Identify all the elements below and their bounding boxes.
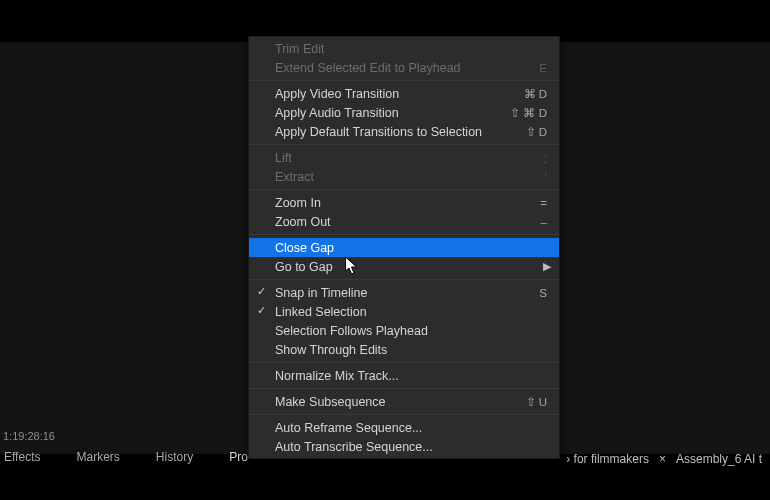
menu-label: Lift xyxy=(275,151,544,165)
menu-separator xyxy=(249,80,559,81)
menu-shortcut: ⇧ U xyxy=(526,395,548,409)
menu-label: Go to Gap xyxy=(275,260,547,274)
app-root: 1:19:28:16 Effects Markers History Pro ›… xyxy=(0,0,770,500)
menu-close-gap[interactable]: Close Gap xyxy=(249,238,559,257)
menu-separator xyxy=(249,189,559,190)
menu-trim-edit: Trim Edit xyxy=(249,39,559,58)
menu-shortcut: ⌘ D xyxy=(524,87,548,101)
menu-label: Show Through Edits xyxy=(275,343,547,357)
menu-shortcut: ' xyxy=(545,171,547,183)
menu-show-through-edits[interactable]: Show Through Edits xyxy=(249,340,559,359)
menu-label: Auto Transcribe Sequence... xyxy=(275,440,547,454)
menu-apply-default-transitions[interactable]: Apply Default Transitions to Selection⇧ … xyxy=(249,122,559,141)
menu-auto-reframe-sequence[interactable]: Auto Reframe Sequence... xyxy=(249,418,559,437)
menu-lift: Lift; xyxy=(249,148,559,167)
menu-selection-follows-playhead[interactable]: Selection Follows Playhead xyxy=(249,321,559,340)
letterbox-bottom xyxy=(0,484,770,500)
menu-auto-transcribe-sequence[interactable]: Auto Transcribe Sequence... xyxy=(249,437,559,456)
menu-shortcut: – xyxy=(541,216,547,228)
menu-label: Apply Video Transition xyxy=(275,87,524,101)
menu-label: Close Gap xyxy=(275,241,547,255)
menu-shortcut: ; xyxy=(544,152,547,164)
menu-shortcut: E xyxy=(539,62,547,74)
tab-markers[interactable]: Markers xyxy=(76,450,119,464)
menu-label: Normalize Mix Track... xyxy=(275,369,547,383)
check-icon: ✓ xyxy=(257,285,266,298)
chevron-right-icon: ▶ xyxy=(543,260,551,273)
timecode-readout: 1:19:28:16 xyxy=(3,430,55,442)
menu-separator xyxy=(249,414,559,415)
sequence-snippet[interactable]: › for filmmakers xyxy=(566,452,649,466)
menu-label: Trim Edit xyxy=(275,42,547,56)
close-icon[interactable]: × xyxy=(659,452,666,466)
menu-linked-selection[interactable]: ✓Linked Selection xyxy=(249,302,559,321)
menu-shortcut: S xyxy=(539,287,547,299)
sequence-context-menu: Trim Edit Extend Selected Edit to Playhe… xyxy=(248,36,560,459)
check-icon: ✓ xyxy=(257,304,266,317)
menu-separator xyxy=(249,279,559,280)
menu-shortcut: ⇧ ⌘ D xyxy=(510,106,547,120)
menu-separator xyxy=(249,388,559,389)
menu-label: Extend Selected Edit to Playhead xyxy=(275,61,539,75)
menu-separator xyxy=(249,144,559,145)
menu-make-subsequence[interactable]: Make Subsequence⇧ U xyxy=(249,392,559,411)
menu-shortcut: ⇧ D xyxy=(526,125,548,139)
menu-snap-in-timeline[interactable]: ✓Snap in TimelineS xyxy=(249,283,559,302)
menu-label: Snap in Timeline xyxy=(275,286,539,300)
menu-zoom-out[interactable]: Zoom Out– xyxy=(249,212,559,231)
tab-project[interactable]: Pro xyxy=(229,450,248,464)
menu-separator xyxy=(249,234,559,235)
menu-extend-to-playhead: Extend Selected Edit to PlayheadE xyxy=(249,58,559,77)
menu-normalize-mix-track[interactable]: Normalize Mix Track... xyxy=(249,366,559,385)
menu-apply-video-transition[interactable]: Apply Video Transition⌘ D xyxy=(249,84,559,103)
menu-shortcut: = xyxy=(540,197,547,209)
menu-label: Linked Selection xyxy=(275,305,547,319)
menu-label: Auto Reframe Sequence... xyxy=(275,421,547,435)
menu-label: Zoom In xyxy=(275,196,540,210)
menu-apply-audio-transition[interactable]: Apply Audio Transition⇧ ⌘ D xyxy=(249,103,559,122)
tab-history[interactable]: History xyxy=(156,450,193,464)
panel-tabs: Effects Markers History Pro xyxy=(4,450,248,464)
menu-extract: Extract' xyxy=(249,167,559,186)
tab-effects[interactable]: Effects xyxy=(4,450,40,464)
sequence-name[interactable]: Assembly_6 AI t xyxy=(676,452,762,466)
menu-label: Apply Audio Transition xyxy=(275,106,510,120)
menu-label: Zoom Out xyxy=(275,215,541,229)
menu-separator xyxy=(249,362,559,363)
menu-label: Make Subsequence xyxy=(275,395,526,409)
menu-label: Apply Default Transitions to Selection xyxy=(275,125,526,139)
menu-go-to-gap[interactable]: Go to Gap▶ xyxy=(249,257,559,276)
menu-label: Selection Follows Playhead xyxy=(275,324,547,338)
menu-zoom-in[interactable]: Zoom In= xyxy=(249,193,559,212)
sequence-tabstrip: › for filmmakers × Assembly_6 AI t xyxy=(566,452,762,466)
menu-label: Extract xyxy=(275,170,545,184)
